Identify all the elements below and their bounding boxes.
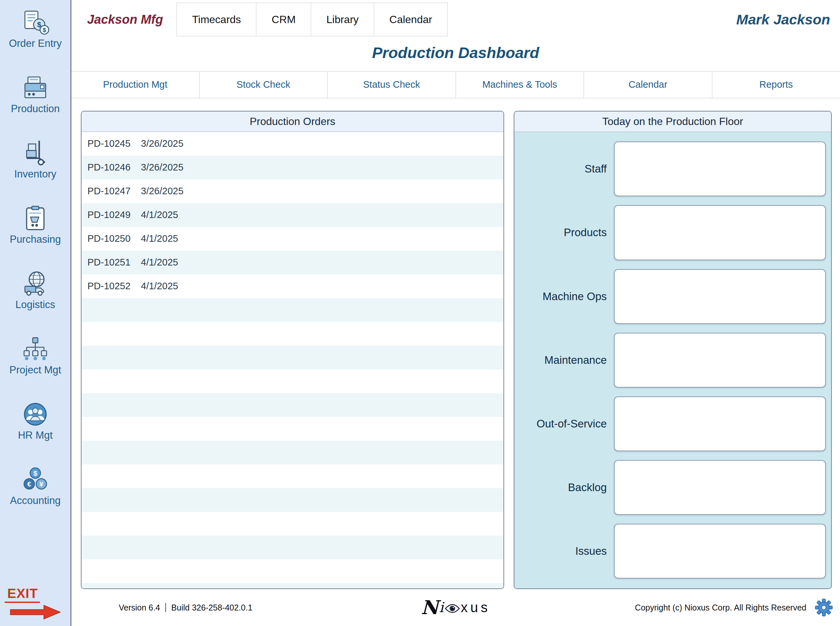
- order-id: PD-10246: [88, 162, 141, 173]
- version-build: Version 6.4 Build 326-258-402.0.1: [119, 603, 252, 612]
- sidebar-item-label: Logistics: [16, 299, 55, 311]
- sidebar: $ $ Order Entry Production: [0, 0, 71, 626]
- brand-label: Jackson Mfg: [87, 13, 163, 27]
- floor-field-label: Issues: [514, 545, 614, 557]
- exit-arrow-icon: [5, 603, 66, 621]
- accounting-icon: $ € ¥: [20, 466, 50, 493]
- page-title: Production Dashboard: [71, 44, 840, 61]
- order-date: 4/1/2025: [141, 233, 178, 244]
- sidebar-item-label: Project Mgt: [9, 364, 61, 376]
- sidebar-item-label: Order Entry: [9, 38, 62, 50]
- floor-field-box-staff[interactable]: [614, 141, 826, 196]
- logo-letters-xus: xus: [461, 601, 490, 615]
- order-row[interactable]: PD-10245 3/26/2025: [81, 132, 503, 156]
- sidebar-item-production[interactable]: Production: [11, 74, 60, 115]
- floor-field-label: Staff: [514, 163, 614, 175]
- logo-letter-i: i: [439, 601, 444, 615]
- subnav-item-production-mgt[interactable]: Production Mgt: [71, 72, 199, 98]
- divider: [165, 603, 166, 612]
- floor-field-box-out-of-service[interactable]: [614, 396, 826, 451]
- order-id: PD-10247: [88, 186, 141, 197]
- subnav-item-calendar[interactable]: Calendar: [584, 72, 712, 98]
- eye-icon: [445, 603, 460, 615]
- floor-field-label: Out-of-Service: [514, 418, 614, 430]
- order-row[interactable]: PD-10246 3/26/2025: [81, 156, 503, 179]
- floor-field-box-machine-ops[interactable]: [614, 269, 826, 324]
- sidebar-item-order-entry[interactable]: $ $ Order Entry: [9, 9, 62, 50]
- floor-row: Products: [514, 201, 828, 264]
- subnav: Production Mgt Stock Check Status Check …: [71, 71, 840, 98]
- sidebar-item-hr-mgt[interactable]: HR Mgt: [18, 401, 52, 441]
- sidebar-item-label: HR Mgt: [18, 429, 52, 441]
- tab-calendar[interactable]: Calendar: [374, 3, 448, 36]
- subnav-item-stock-check[interactable]: Stock Check: [199, 72, 328, 98]
- project-mgt-icon: [20, 335, 50, 363]
- order-id: PD-10251: [88, 257, 141, 268]
- production-floor-title: Today on the Production Floor: [514, 111, 831, 132]
- order-row[interactable]: PD-10249 4/1/2025: [81, 203, 503, 227]
- sidebar-item-label: Inventory: [14, 168, 56, 180]
- floor-field-box-products[interactable]: [614, 205, 826, 260]
- floor-row: Machine Ops: [514, 264, 828, 328]
- order-row[interactable]: PD-10252 4/1/2025: [81, 274, 503, 298]
- subnav-item-machines-tools[interactable]: Machines & Tools: [456, 72, 584, 98]
- sidebar-item-label: Accounting: [10, 495, 60, 507]
- sidebar-item-exit[interactable]: EXIT: [0, 586, 71, 621]
- order-date: 4/1/2025: [141, 257, 178, 268]
- floor-row: Out-of-Service: [514, 392, 828, 455]
- floor-field-label: Backlog: [514, 481, 614, 494]
- nioxus-logo: N i xus: [421, 598, 490, 617]
- production-orders-list: PD-10245 3/26/2025 PD-10246 3/26/2025 PD…: [81, 132, 503, 588]
- svg-text:$: $: [33, 470, 37, 477]
- subnav-item-reports[interactable]: Reports: [712, 72, 840, 98]
- floor-field-box-issues[interactable]: [614, 524, 826, 579]
- floor-field-label: Products: [514, 226, 614, 239]
- tab-timecards[interactable]: Timecards: [177, 3, 256, 36]
- settings-gear-icon[interactable]: [815, 599, 833, 617]
- tab-library[interactable]: Library: [311, 3, 374, 36]
- user-name: Mark Jackson: [737, 11, 840, 28]
- top-tabs: Timecards CRM Library Calendar: [177, 3, 448, 36]
- logistics-icon: [20, 270, 50, 297]
- topbar: Jackson Mfg Timecards CRM Library Calend…: [71, 0, 840, 39]
- sidebar-item-purchasing[interactable]: Purchasing: [9, 205, 61, 246]
- sidebar-item-label: Production: [11, 103, 60, 115]
- sidebar-item-accounting[interactable]: $ € ¥ Accounting: [10, 466, 60, 507]
- order-date: 3/26/2025: [141, 138, 183, 149]
- content: Production Orders PD-10245 3/26/2025 PD-…: [71, 98, 840, 589]
- floor-field-box-maintenance[interactable]: [614, 333, 826, 388]
- order-date: 3/26/2025: [141, 162, 183, 173]
- production-floor-panel: Today on the Production Floor Staff Prod…: [514, 111, 832, 589]
- subnav-item-status-check[interactable]: Status Check: [327, 72, 456, 98]
- order-date: 4/1/2025: [141, 210, 178, 220]
- exit-label: EXIT: [5, 586, 40, 603]
- purchasing-icon: [20, 205, 50, 232]
- version-label: Version 6.4: [119, 603, 160, 612]
- order-row[interactable]: PD-10250 4/1/2025: [81, 227, 503, 250]
- logo-letter-n: N: [421, 598, 439, 617]
- order-entry-icon: $ $: [20, 9, 50, 36]
- app-window: $ $ Order Entry Production: [0, 0, 840, 626]
- order-date: 3/26/2025: [141, 186, 183, 197]
- order-row[interactable]: PD-10251 4/1/2025: [81, 250, 503, 274]
- sidebar-item-project-mgt[interactable]: Project Mgt: [9, 335, 61, 376]
- order-row[interactable]: PD-10247 3/26/2025: [81, 179, 503, 203]
- floor-field-label: Machine Ops: [514, 290, 614, 303]
- floor-row: Maintenance: [514, 328, 828, 392]
- tab-crm[interactable]: CRM: [256, 3, 311, 36]
- sidebar-item-inventory[interactable]: Inventory: [14, 139, 56, 180]
- svg-text:$: $: [43, 27, 46, 33]
- inventory-icon: [20, 139, 50, 167]
- sidebar-item-logistics[interactable]: Logistics: [16, 270, 55, 311]
- production-orders-title: Production Orders: [81, 111, 503, 132]
- floor-row: Issues: [514, 520, 828, 583]
- order-date: 4/1/2025: [141, 281, 178, 291]
- floor-field-label: Maintenance: [514, 354, 614, 366]
- svg-text:¥: ¥: [39, 480, 44, 488]
- floor-field-box-backlog[interactable]: [614, 460, 826, 515]
- sidebar-item-label: Purchasing: [9, 233, 61, 246]
- production-floor-body: Staff Products Machine Ops Maintenance: [514, 132, 831, 588]
- floor-row: Backlog: [514, 456, 828, 520]
- order-id: PD-10249: [88, 210, 141, 220]
- order-id: PD-10245: [88, 138, 141, 149]
